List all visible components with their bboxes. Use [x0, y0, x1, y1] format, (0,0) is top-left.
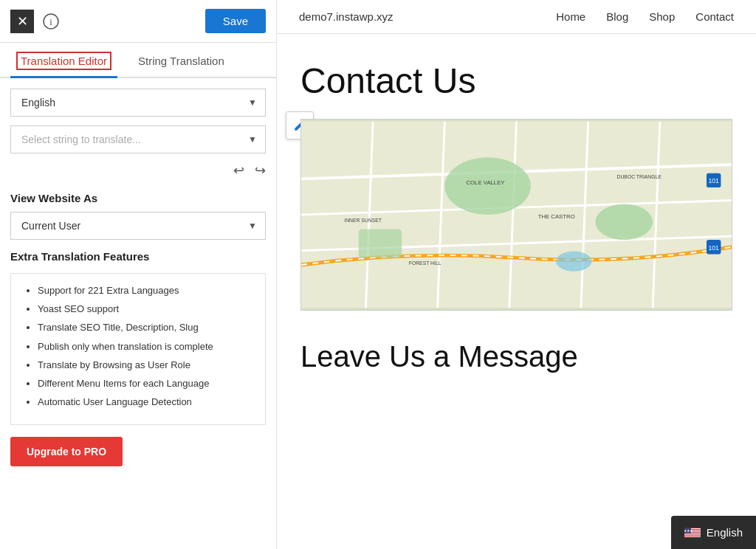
feature-item: Translate SEO Title, Description, Slug — [38, 321, 253, 334]
close-button[interactable]: ✕ — [10, 10, 34, 33]
feature-item: Publish only when translation is complet… — [38, 340, 253, 353]
features-box: Support for 221 Extra LanguagesYoast SEO… — [10, 273, 266, 425]
svg-point-12 — [595, 204, 653, 240]
svg-text:INNER SUNSET: INNER SUNSET — [344, 218, 382, 223]
feature-item: Yoast SEO support — [38, 303, 253, 316]
language-select[interactable]: EnglishFrenchSpanishGermanItalian — [10, 89, 266, 117]
svg-rect-29 — [684, 534, 701, 535]
svg-text:THE CASTRO: THE CASTRO — [538, 213, 575, 220]
svg-text:COLE VALLEY: COLE VALLEY — [466, 179, 505, 186]
left-panel: ✕ i Save Translation Editor String Trans… — [0, 0, 277, 549]
nav-item-blog[interactable]: Blog — [606, 10, 628, 23]
tab-translation-editor[interactable]: Translation Editor — [10, 43, 117, 78]
feature-item: Different Menu Items for each Language — [38, 377, 253, 390]
right-panel: demo7.instawp.xyz HomeBlogShopContact Co… — [277, 0, 756, 549]
nav-item-home[interactable]: Home — [556, 10, 585, 23]
nav-item-contact[interactable]: Contact — [695, 10, 734, 23]
language-dropdown-wrap: EnglishFrenchSpanishGermanItalian ▼ — [10, 89, 266, 117]
redo-button[interactable]: ↪ — [255, 162, 266, 179]
svg-rect-13 — [359, 229, 402, 258]
site-header: demo7.instawp.xyz HomeBlogShopContact — [277, 0, 756, 34]
site-domain: demo7.instawp.xyz — [299, 10, 394, 23]
nav-item-shop[interactable]: Shop — [649, 10, 675, 23]
site-nav: HomeBlogShopContact — [556, 10, 734, 23]
undo-button[interactable]: ↩ — [233, 162, 244, 179]
string-select-wrap: Select string to translate... ▼ — [10, 125, 266, 153]
language-badge[interactable]: ★★★ English — [671, 516, 756, 549]
tab-string-translation[interactable]: String Translation — [132, 43, 230, 77]
map-image: COLE VALLEY INNER SUNSET THE CASTRO DUBO… — [300, 119, 732, 311]
svg-rect-30 — [684, 536, 701, 536]
tabs-bar: Translation Editor String Translation — [0, 43, 276, 78]
extra-features-heading: Extra Translation Features — [10, 250, 266, 263]
feature-item: Automatic User Language Detection — [38, 396, 253, 409]
string-select[interactable]: Select string to translate... — [10, 125, 266, 153]
info-icon: i — [43, 13, 59, 30]
save-button[interactable]: Save — [205, 9, 266, 33]
page-title: Contact Us — [300, 61, 732, 101]
view-website-label: View Website As — [10, 192, 266, 204]
undo-redo-bar: ↩ ↪ — [10, 162, 266, 179]
svg-text:101: 101 — [708, 177, 719, 184]
site-content: Contact Us — [277, 34, 756, 396]
svg-text:i: i — [49, 15, 52, 27]
svg-point-14 — [556, 252, 592, 272]
info-button[interactable]: i — [43, 13, 59, 30]
map-section: COLE VALLEY INNER SUNSET THE CASTRO DUBO… — [300, 119, 732, 337]
leave-message-title: Leave Us a Message — [300, 340, 732, 373]
map-svg: COLE VALLEY INNER SUNSET THE CASTRO DUBO… — [301, 120, 732, 310]
svg-text:DUBOC TRIANGLE: DUBOC TRIANGLE — [617, 174, 662, 179]
flag-icon: ★★★ — [684, 528, 701, 538]
panel-body: EnglishFrenchSpanishGermanItalian ▼ Sele… — [0, 78, 276, 549]
svg-text:FOREST HILL: FOREST HILL — [409, 260, 441, 266]
view-as-select[interactable]: Current UserAdministratorEditorSubscribe… — [10, 212, 266, 240]
language-badge-label: English — [707, 526, 743, 539]
svg-text:★★★: ★★★ — [684, 528, 693, 533]
features-list: Support for 221 Extra LanguagesYoast SEO… — [23, 284, 253, 409]
svg-text:101: 101 — [708, 244, 719, 252]
view-as-dropdown-wrap: Current UserAdministratorEditorSubscribe… — [10, 212, 266, 240]
upgrade-button[interactable]: Upgrade to PRO — [10, 437, 123, 466]
us-flag-icon: ★★★ — [684, 528, 701, 538]
feature-item: Translate by Browsing as User Role — [38, 359, 253, 372]
feature-item: Support for 221 Extra Languages — [38, 284, 253, 297]
top-bar: ✕ i Save — [0, 0, 276, 43]
